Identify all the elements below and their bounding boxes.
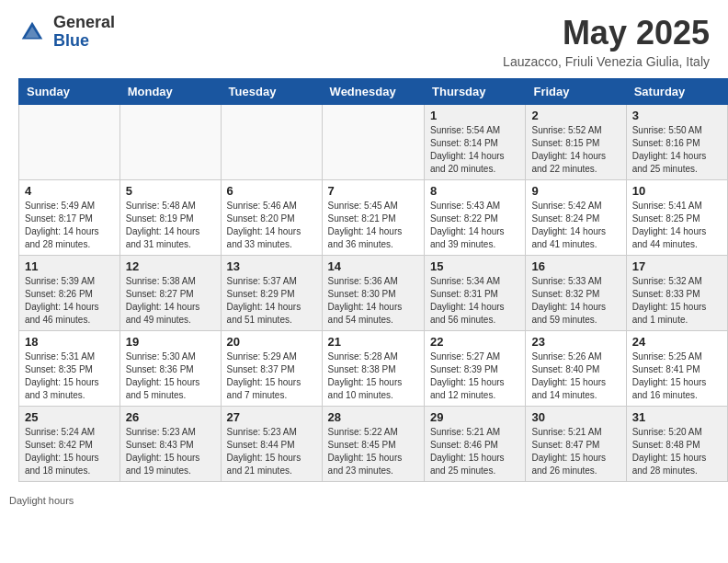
day-number: 3: [632, 109, 722, 122]
col-tuesday: Tuesday: [221, 79, 322, 105]
day-info: Sunrise: 5:36 AM Sunset: 8:30 PM Dayligh…: [328, 275, 418, 327]
calendar-cell: 1Sunrise: 5:54 AM Sunset: 8:14 PM Daylig…: [425, 105, 526, 180]
day-info: Sunrise: 5:23 AM Sunset: 8:43 PM Dayligh…: [126, 426, 215, 477]
calendar-cell: 28Sunrise: 5:22 AM Sunset: 8:45 PM Dayli…: [322, 407, 424, 482]
calendar-cell: 23Sunrise: 5:26 AM Sunset: 8:40 PM Dayli…: [526, 331, 626, 407]
day-info: Sunrise: 5:24 AM Sunset: 8:42 PM Dayligh…: [25, 426, 114, 477]
day-info: Sunrise: 5:41 AM Sunset: 8:25 PM Dayligh…: [632, 200, 722, 251]
day-info: Sunrise: 5:38 AM Sunset: 8:27 PM Dayligh…: [126, 275, 215, 327]
calendar-cell: 18Sunrise: 5:31 AM Sunset: 8:35 PM Dayli…: [19, 331, 120, 407]
calendar-body: 1Sunrise: 5:54 AM Sunset: 8:14 PM Daylig…: [19, 105, 728, 482]
day-info: Sunrise: 5:34 AM Sunset: 8:31 PM Dayligh…: [430, 275, 519, 327]
calendar-cell: 2Sunrise: 5:52 AM Sunset: 8:15 PM Daylig…: [526, 105, 626, 180]
day-number: 6: [227, 184, 316, 198]
calendar-cell: 12Sunrise: 5:38 AM Sunset: 8:27 PM Dayli…: [119, 256, 221, 331]
day-info: Sunrise: 5:48 AM Sunset: 8:19 PM Dayligh…: [126, 200, 215, 251]
calendar-cell: 14Sunrise: 5:36 AM Sunset: 8:30 PM Dayli…: [322, 256, 424, 331]
day-number: 8: [430, 184, 519, 198]
day-info: Sunrise: 5:45 AM Sunset: 8:21 PM Dayligh…: [328, 200, 418, 251]
day-number: 12: [126, 259, 215, 273]
day-number: 5: [126, 184, 215, 198]
logo-blue: Blue: [53, 32, 115, 51]
day-number: 28: [328, 410, 418, 424]
day-number: 13: [227, 259, 316, 273]
day-info: Sunrise: 5:20 AM Sunset: 8:48 PM Dayligh…: [632, 426, 722, 477]
calendar-cell: 30Sunrise: 5:21 AM Sunset: 8:47 PM Dayli…: [526, 407, 626, 482]
day-number: 29: [430, 410, 519, 424]
col-friday: Friday: [526, 79, 626, 105]
calendar-cell: 15Sunrise: 5:34 AM Sunset: 8:31 PM Dayli…: [425, 256, 526, 331]
day-info: Sunrise: 5:21 AM Sunset: 8:47 PM Dayligh…: [531, 426, 620, 477]
day-number: 10: [632, 184, 722, 198]
day-number: 24: [632, 335, 722, 349]
calendar-cell: [119, 105, 221, 180]
calendar-cell: 11Sunrise: 5:39 AM Sunset: 8:26 PM Dayli…: [19, 256, 120, 331]
calendar-cell: 19Sunrise: 5:30 AM Sunset: 8:36 PM Dayli…: [119, 331, 221, 407]
col-wednesday: Wednesday: [322, 79, 424, 105]
day-number: 26: [126, 410, 215, 424]
page-header: General Blue May 2025 Lauzacco, Friuli V…: [0, 0, 728, 78]
day-number: 23: [531, 335, 620, 349]
day-number: 27: [227, 410, 316, 424]
calendar-cell: 27Sunrise: 5:23 AM Sunset: 8:44 PM Dayli…: [221, 407, 322, 482]
day-number: 17: [632, 259, 722, 273]
calendar-cell: 6Sunrise: 5:46 AM Sunset: 8:20 PM Daylig…: [221, 180, 322, 256]
day-info: Sunrise: 5:31 AM Sunset: 8:35 PM Dayligh…: [25, 350, 114, 402]
day-number: 7: [328, 184, 418, 198]
day-info: Sunrise: 5:23 AM Sunset: 8:44 PM Dayligh…: [227, 426, 316, 477]
calendar-table: Sunday Monday Tuesday Wednesday Thursday…: [18, 78, 728, 482]
day-info: Sunrise: 5:25 AM Sunset: 8:41 PM Dayligh…: [632, 350, 722, 402]
calendar-cell: 20Sunrise: 5:29 AM Sunset: 8:37 PM Dayli…: [221, 331, 322, 407]
day-number: 18: [25, 335, 114, 349]
calendar-cell: 24Sunrise: 5:25 AM Sunset: 8:41 PM Dayli…: [626, 331, 727, 407]
day-info: Sunrise: 5:21 AM Sunset: 8:46 PM Dayligh…: [430, 426, 519, 477]
calendar-cell: [322, 105, 424, 180]
calendar-cell: 25Sunrise: 5:24 AM Sunset: 8:42 PM Dayli…: [19, 407, 120, 482]
logo-general: General: [53, 14, 115, 32]
day-number: 25: [25, 410, 114, 424]
day-number: 11: [25, 259, 114, 273]
calendar-week-1: 4Sunrise: 5:49 AM Sunset: 8:17 PM Daylig…: [19, 180, 728, 256]
col-monday: Monday: [119, 79, 221, 105]
day-info: Sunrise: 5:50 AM Sunset: 8:16 PM Dayligh…: [632, 124, 722, 176]
day-info: Sunrise: 5:43 AM Sunset: 8:22 PM Dayligh…: [430, 200, 519, 251]
header-row: Sunday Monday Tuesday Wednesday Thursday…: [19, 79, 728, 105]
day-info: Sunrise: 5:46 AM Sunset: 8:20 PM Dayligh…: [227, 200, 316, 251]
day-number: 1: [430, 109, 519, 122]
title-section: May 2025 Lauzacco, Friuli Venezia Giulia…: [503, 14, 710, 69]
day-info: Sunrise: 5:52 AM Sunset: 8:15 PM Dayligh…: [531, 124, 620, 176]
day-info: Sunrise: 5:27 AM Sunset: 8:39 PM Dayligh…: [430, 350, 519, 402]
col-thursday: Thursday: [425, 79, 526, 105]
day-number: 21: [328, 335, 418, 349]
day-info: Sunrise: 5:30 AM Sunset: 8:36 PM Dayligh…: [126, 350, 215, 402]
calendar-week-0: 1Sunrise: 5:54 AM Sunset: 8:14 PM Daylig…: [19, 105, 728, 180]
day-info: Sunrise: 5:37 AM Sunset: 8:29 PM Dayligh…: [227, 275, 316, 327]
day-number: 4: [25, 184, 114, 198]
day-number: 14: [328, 259, 418, 273]
day-number: 16: [531, 259, 620, 273]
calendar-wrapper: Sunday Monday Tuesday Wednesday Thursday…: [0, 78, 728, 491]
logo: General Blue: [18, 14, 115, 51]
calendar-week-3: 18Sunrise: 5:31 AM Sunset: 8:35 PM Dayli…: [19, 331, 728, 407]
calendar-cell: 8Sunrise: 5:43 AM Sunset: 8:22 PM Daylig…: [425, 180, 526, 256]
calendar-cell: 26Sunrise: 5:23 AM Sunset: 8:43 PM Dayli…: [119, 407, 221, 482]
calendar-cell: 7Sunrise: 5:45 AM Sunset: 8:21 PM Daylig…: [322, 180, 424, 256]
day-info: Sunrise: 5:26 AM Sunset: 8:40 PM Dayligh…: [531, 350, 620, 402]
calendar-cell: 4Sunrise: 5:49 AM Sunset: 8:17 PM Daylig…: [19, 180, 120, 256]
calendar-week-4: 25Sunrise: 5:24 AM Sunset: 8:42 PM Dayli…: [19, 407, 728, 482]
calendar-week-2: 11Sunrise: 5:39 AM Sunset: 8:26 PM Dayli…: [19, 256, 728, 331]
day-info: Sunrise: 5:39 AM Sunset: 8:26 PM Dayligh…: [25, 275, 114, 327]
day-number: 30: [531, 410, 620, 424]
day-info: Sunrise: 5:29 AM Sunset: 8:37 PM Dayligh…: [227, 350, 316, 402]
calendar-cell: 17Sunrise: 5:32 AM Sunset: 8:33 PM Dayli…: [626, 256, 727, 331]
footer-text: Daylight hours: [9, 495, 74, 506]
day-number: 20: [227, 335, 316, 349]
day-info: Sunrise: 5:28 AM Sunset: 8:38 PM Dayligh…: [328, 350, 418, 402]
calendar-cell: 13Sunrise: 5:37 AM Sunset: 8:29 PM Dayli…: [221, 256, 322, 331]
day-number: 2: [531, 109, 620, 122]
day-number: 31: [632, 410, 722, 424]
day-info: Sunrise: 5:22 AM Sunset: 8:45 PM Dayligh…: [328, 426, 418, 477]
calendar-cell: 29Sunrise: 5:21 AM Sunset: 8:46 PM Dayli…: [425, 407, 526, 482]
location: Lauzacco, Friuli Venezia Giulia, Italy: [503, 54, 710, 69]
month-title: May 2025: [503, 14, 710, 52]
